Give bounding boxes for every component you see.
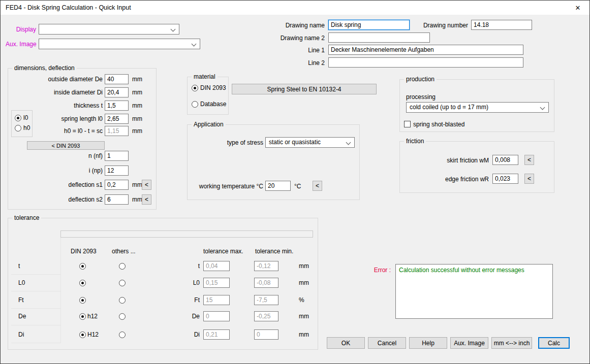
type-of-stress-value: static or quasistatic bbox=[269, 139, 321, 146]
mm-inch-toggle-button[interactable]: mm <--> inch bbox=[491, 337, 532, 349]
tolerance-Di-label: Di bbox=[161, 331, 200, 339]
tolerance-Di-min-input[interactable] bbox=[254, 329, 278, 340]
line1-input[interactable] bbox=[328, 45, 523, 55]
tolerance-t-din-radio[interactable] bbox=[79, 263, 86, 270]
tolerance-De-din-radio[interactable] bbox=[79, 313, 86, 320]
working-temperature-pick-button[interactable]: < bbox=[313, 181, 322, 191]
h0-radio[interactable] bbox=[15, 125, 21, 131]
line2-input[interactable] bbox=[328, 57, 523, 68]
tolerance-row-key: t bbox=[18, 262, 20, 270]
drawing-name2-label: Drawing name 2 bbox=[249, 35, 325, 42]
tolerance-header-din: DIN 2093 bbox=[71, 248, 97, 255]
tolerance-De-others-radio[interactable] bbox=[119, 313, 126, 320]
tolerance-t-others-radio[interactable] bbox=[119, 263, 126, 270]
l0-radio-label: l0 bbox=[23, 114, 28, 122]
tolerance-De-label: De bbox=[161, 313, 200, 320]
skirt-friction-input[interactable] bbox=[492, 155, 518, 165]
tolerance-t-max-input[interactable] bbox=[203, 261, 230, 271]
tolerance-header-others: others ... bbox=[112, 248, 136, 255]
spring-length-unit: mm bbox=[132, 115, 142, 123]
edge-friction-pick-button[interactable]: < bbox=[524, 174, 534, 184]
friction-group-title: friction bbox=[404, 138, 426, 145]
tolerance-L0-din-radio[interactable] bbox=[79, 280, 86, 286]
material-select-button[interactable]: Spring Steel to EN 10132-4 bbox=[232, 84, 377, 94]
aux-image-label: Aux. Image bbox=[6, 41, 36, 48]
tolerance-column-divider bbox=[60, 238, 61, 343]
inside-diameter-unit: mm bbox=[132, 89, 142, 96]
material-din-radio[interactable] bbox=[192, 85, 198, 91]
application-group: Application type of stress static or qua… bbox=[187, 124, 360, 200]
tolerance-L0-others-radio[interactable] bbox=[119, 280, 126, 286]
tolerance-Ft-din-radio[interactable] bbox=[79, 297, 86, 304]
n-input[interactable] bbox=[105, 151, 129, 161]
working-temperature-input[interactable] bbox=[265, 181, 291, 191]
cancel-button[interactable]: Cancel bbox=[368, 337, 406, 349]
tolerance-Di-max-input[interactable] bbox=[203, 329, 230, 340]
deflection-s1-unit: mm bbox=[132, 181, 142, 189]
tolerance-t-min-input[interactable] bbox=[254, 261, 278, 271]
close-icon[interactable]: ✕ bbox=[566, 1, 589, 15]
tolerance-Ft-max-input[interactable] bbox=[203, 295, 230, 305]
inside-diameter-input[interactable] bbox=[105, 87, 129, 97]
tolerance-group: tolerance DIN 2093 others ... tolerance … bbox=[8, 218, 318, 350]
deflection-s1-pick-button[interactable]: < bbox=[142, 180, 151, 190]
outside-diameter-input[interactable] bbox=[105, 74, 129, 84]
drawing-number-label: Drawing number bbox=[420, 22, 468, 29]
aux-image-combobox[interactable] bbox=[39, 39, 200, 49]
calc-button[interactable]: Calc bbox=[538, 337, 570, 349]
aux-image-button[interactable]: Aux. Image bbox=[450, 337, 488, 349]
edge-friction-input[interactable] bbox=[492, 174, 518, 184]
type-of-stress-label: type of stress bbox=[188, 139, 263, 147]
display-label: Display bbox=[10, 26, 36, 34]
tolerance-Di-others-radio[interactable] bbox=[119, 332, 126, 338]
drawing-name-input[interactable] bbox=[328, 20, 410, 30]
chevron-down-icon bbox=[540, 105, 545, 110]
help-button[interactable]: Help bbox=[409, 337, 447, 349]
material-database-radio-label: Database bbox=[200, 101, 226, 108]
skirt-friction-pick-button[interactable]: < bbox=[524, 155, 534, 165]
shot-blasted-checkbox[interactable] bbox=[404, 121, 411, 127]
type-of-stress-combobox[interactable]: static or quasistatic bbox=[265, 137, 355, 148]
tolerance-t-label: t bbox=[161, 262, 200, 270]
tolerance-De-max-input[interactable] bbox=[203, 311, 230, 321]
line1-label: Line 1 bbox=[284, 47, 325, 54]
display-combobox[interactable] bbox=[39, 24, 179, 35]
deflection-s2-input[interactable] bbox=[105, 194, 129, 205]
tolerance-De-din-option-label: h12 bbox=[87, 313, 98, 320]
error-message-text: Calculation successful without error mes… bbox=[399, 267, 524, 274]
spring-length-input[interactable] bbox=[105, 114, 129, 124]
drawing-number-input[interactable] bbox=[471, 20, 532, 30]
deflection-s2-pick-button[interactable]: < bbox=[142, 194, 151, 205]
tolerance-L0-min-input[interactable] bbox=[254, 278, 278, 288]
material-group: material DIN 2093 Database bbox=[187, 77, 229, 115]
tolerance-row-key: Ft bbox=[18, 296, 24, 304]
processing-label: processing bbox=[406, 93, 436, 101]
friction-group: friction skirt friction wM < edge fricti… bbox=[399, 141, 554, 193]
processing-combobox[interactable]: cold coiled (up to d = 17 mm) bbox=[406, 102, 549, 113]
h0-unit: mm bbox=[132, 127, 142, 135]
deflection-s1-input[interactable] bbox=[105, 180, 129, 190]
tolerance-Ft-unit: % bbox=[299, 296, 304, 304]
din2093-button[interactable]: < DIN 2093 bbox=[27, 141, 105, 150]
ok-button[interactable]: OK bbox=[327, 337, 365, 349]
tolerance-row-key: Di bbox=[18, 331, 24, 339]
tolerance-Di-din-radio[interactable] bbox=[79, 332, 86, 338]
deflection-s1-label: deflection s1 bbox=[8, 181, 103, 189]
tolerance-Ft-others-radio[interactable] bbox=[119, 297, 126, 304]
tolerance-L0-max-input[interactable] bbox=[203, 278, 230, 288]
tolerance-De-min-input[interactable] bbox=[254, 311, 278, 321]
chevron-down-icon bbox=[346, 140, 351, 145]
l0-radio[interactable] bbox=[15, 115, 21, 121]
material-database-radio[interactable] bbox=[192, 101, 198, 108]
deflection-s2-label: deflection s2 bbox=[8, 196, 103, 204]
tolerance-Ft-label: Ft bbox=[161, 296, 200, 304]
application-group-title: Application bbox=[192, 121, 226, 128]
thickness-unit: mm bbox=[132, 102, 142, 110]
tolerance-Ft-min-input[interactable] bbox=[254, 295, 278, 305]
i-input[interactable] bbox=[105, 166, 129, 176]
tolerance-t-unit: mm bbox=[299, 262, 309, 270]
tolerance-row-key: L0 bbox=[18, 279, 25, 287]
drawing-name2-input[interactable] bbox=[328, 32, 430, 43]
tolerance-L0-label: L0 bbox=[161, 279, 200, 287]
thickness-input[interactable] bbox=[105, 101, 129, 111]
